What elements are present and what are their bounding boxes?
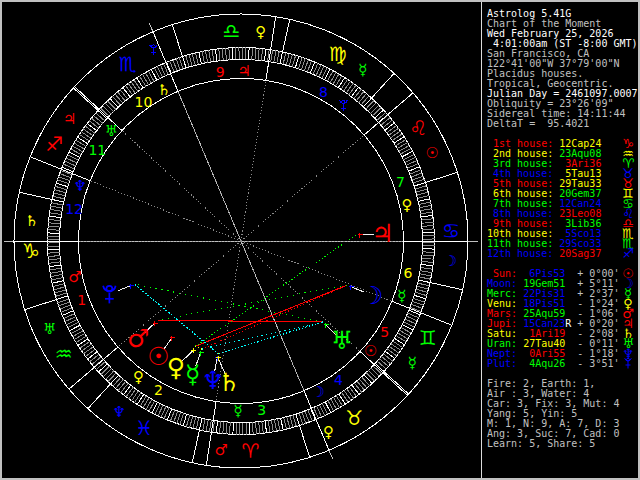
wheel-sign-glyph-vir: ♍ — [329, 42, 347, 66]
degree-tick — [347, 389, 354, 399]
wheel-sign-glyph-sag: ♐ — [45, 132, 63, 156]
wheel-planet-glyph-uranus: ♅ — [331, 326, 353, 355]
degree-tick — [53, 284, 65, 287]
degree-tick — [368, 103, 376, 112]
degree-tick — [226, 422, 227, 434]
wheel-sign-ruler-glyph-neptune: ♆ — [112, 403, 125, 421]
degree-tick — [49, 262, 61, 263]
house-number-2: 2 — [154, 382, 163, 398]
degree-tick — [83, 129, 93, 136]
wheel-sign-ruler-glyph-sun: ☉ — [425, 144, 438, 162]
degree-tick — [48, 252, 60, 253]
degree-tick — [53, 193, 65, 196]
sign-boundary-line — [19, 192, 52, 199]
aspect-line-mars-uranus — [158, 320, 323, 322]
degree-tick — [369, 370, 377, 379]
degree-tick — [385, 351, 395, 358]
house-cusp-ray — [241, 135, 364, 241]
degree-tick — [264, 49, 266, 61]
degree-tick — [259, 422, 260, 434]
degree-tick — [375, 110, 384, 118]
wheel-sign-glyph-gem: ♊ — [419, 326, 437, 350]
degree-tick — [59, 302, 70, 306]
degree-tick — [89, 121, 98, 128]
sign-boundary-line — [192, 430, 199, 463]
house-label: 12th house: — [487, 248, 553, 259]
house-row: 12th house: 20Sag37 — [487, 249, 601, 259]
degree-tick — [50, 209, 62, 211]
degree-tick — [91, 118, 100, 126]
house-cusp-spoke — [69, 347, 118, 389]
degree-tick — [182, 56, 186, 67]
degree-tick — [385, 123, 395, 130]
aspect-line-mercury-uranus — [202, 322, 323, 349]
degree-tick — [349, 387, 356, 397]
degree-tick — [256, 422, 257, 434]
degree-tick — [421, 264, 433, 266]
degree-tick — [370, 105, 379, 113]
degree-tick — [48, 249, 60, 250]
house-ruler-glyph-mars: ♂ — [68, 268, 81, 286]
degree-tick — [341, 392, 348, 402]
degree-tick — [131, 82, 138, 92]
degree-tick — [110, 98, 118, 107]
degree-tick — [48, 233, 60, 234]
degree-tick — [232, 48, 233, 60]
degree-tick — [189, 55, 192, 67]
degree-tick — [56, 296, 67, 300]
aspect-line-uranus-pluto — [134, 284, 322, 322]
degree-tick — [344, 81, 351, 91]
degree-tick — [414, 295, 425, 299]
degree-tick — [219, 421, 220, 433]
degree-tick — [416, 189, 428, 192]
wheel-sign-glyph-cap: ♑ — [22, 239, 40, 263]
degree-tick — [49, 216, 61, 218]
wheel-sign-ruler-glyph-saturn: ♄ — [25, 212, 38, 230]
degree-tick — [196, 418, 199, 430]
degree-tick — [421, 212, 433, 214]
degree-tick — [57, 180, 68, 184]
degree-tick — [422, 225, 434, 226]
degree-tick — [339, 394, 345, 404]
degree-tick — [379, 359, 388, 367]
degree-tick — [366, 373, 374, 382]
degree-tick — [48, 259, 60, 260]
degree-tick — [53, 196, 65, 199]
house-ruler-glyph-jupiter: ♃ — [237, 62, 250, 80]
degree-tick — [206, 420, 208, 432]
degree-tick — [126, 387, 133, 397]
house-number-4: 4 — [334, 372, 343, 388]
degree-tick — [80, 341, 90, 348]
degree-tick — [349, 85, 356, 95]
degree-tick — [371, 368, 380, 376]
wheel-planet-glyph-pluto — [103, 286, 116, 304]
degree-tick — [359, 379, 367, 388]
sign-boundary-line — [25, 300, 57, 310]
degree-tick — [49, 219, 61, 220]
house-cusp-spoke — [364, 93, 413, 135]
degree-tick — [422, 249, 434, 250]
degree-tick — [229, 48, 230, 60]
degree-tick — [193, 417, 196, 429]
degree-tick — [129, 389, 136, 399]
degree-tick — [422, 255, 434, 256]
house-cusp-ray — [90, 181, 241, 241]
house-ruler-glyph-mercury: ☿ — [233, 402, 242, 420]
degree-tick — [137, 78, 143, 88]
degree-tick — [416, 289, 428, 292]
degree-tick — [383, 120, 392, 127]
degree-tick — [261, 49, 262, 61]
wheel-sign-glyph-ari: ♈ — [242, 439, 260, 463]
degree-tick — [278, 419, 280, 431]
degree-tick — [252, 48, 253, 60]
degree-tick — [420, 205, 432, 207]
degree-tick — [52, 199, 64, 202]
degree-tick — [176, 59, 180, 70]
aspect-line-moon-mercury — [202, 285, 347, 349]
degree-tick — [98, 110, 107, 118]
degree-tick — [354, 383, 361, 392]
degree-tick — [417, 286, 429, 289]
degree-tick — [215, 49, 217, 61]
degree-tick — [112, 96, 120, 105]
degree-tick — [299, 413, 303, 424]
